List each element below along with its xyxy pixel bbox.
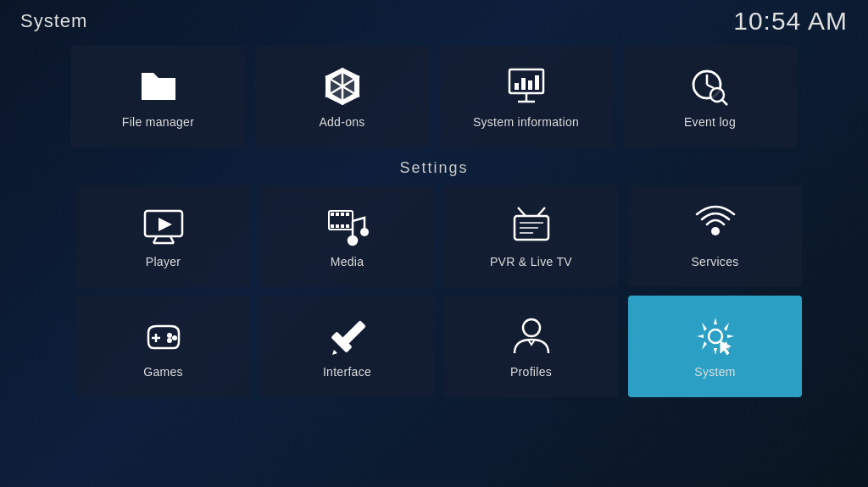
tile-system[interactable]: System — [628, 296, 802, 397]
services-icon — [693, 204, 737, 248]
tile-add-ons[interactable]: Add-ons — [255, 46, 429, 147]
file-manager-icon — [136, 64, 181, 108]
tile-system-information[interactable]: System information — [439, 46, 613, 147]
svg-rect-27 — [341, 213, 344, 216]
svg-point-34 — [360, 228, 369, 236]
svg-rect-31 — [341, 224, 344, 228]
svg-rect-25 — [331, 213, 334, 216]
svg-rect-9 — [515, 83, 519, 90]
tile-add-ons-label: Add-ons — [319, 115, 364, 129]
svg-rect-12 — [535, 75, 539, 90]
player-icon — [142, 204, 186, 248]
svg-point-41 — [711, 227, 720, 235]
settings-row-2: Games Interface — [76, 296, 792, 397]
svg-line-18 — [722, 100, 727, 105]
clock: 10:54 AM — [733, 7, 848, 36]
svg-point-33 — [348, 236, 357, 245]
svg-point-44 — [167, 333, 172, 338]
tile-interface[interactable]: Interface — [260, 296, 434, 397]
tile-media-label: Media — [331, 255, 364, 268]
svg-rect-10 — [521, 78, 526, 90]
tile-file-manager-label: File manager — [122, 115, 194, 129]
svg-rect-29 — [331, 224, 334, 228]
svg-point-50 — [523, 319, 540, 336]
tile-pvr-live-tv-label: PVR & Live TV — [490, 255, 572, 268]
tile-event-log-label: Event log — [684, 115, 736, 129]
tile-event-log[interactable]: Event log — [623, 46, 797, 147]
top-row: File manager Add-ons System information — [0, 46, 868, 147]
app-title: System — [20, 10, 87, 32]
settings-label: Settings — [0, 159, 868, 177]
svg-rect-26 — [336, 213, 339, 216]
tile-pvr-live-tv[interactable]: PVR & Live TV — [444, 185, 618, 287]
tile-player-label: Player — [146, 255, 181, 268]
tile-interface-label: Interface — [323, 365, 371, 379]
svg-point-17 — [710, 88, 724, 102]
event-log-icon — [688, 64, 732, 108]
svg-rect-32 — [346, 224, 349, 228]
settings-section: Settings Player — [0, 159, 868, 397]
svg-rect-11 — [528, 80, 532, 90]
media-icon — [326, 204, 370, 248]
tile-games[interactable]: Games — [76, 296, 250, 397]
svg-marker-20 — [159, 218, 172, 231]
tile-services-label: Services — [691, 255, 738, 268]
system-icon — [693, 314, 737, 358]
settings-row-1: Player — [76, 185, 792, 287]
svg-line-37 — [537, 208, 545, 216]
svg-point-46 — [167, 338, 172, 343]
system-information-icon — [504, 64, 548, 108]
tile-games-label: Games — [143, 365, 183, 379]
settings-grid: Player — [0, 185, 868, 397]
svg-rect-30 — [336, 224, 339, 228]
profiles-icon — [509, 314, 554, 358]
svg-line-36 — [518, 208, 526, 216]
tile-profiles[interactable]: Profiles — [444, 296, 618, 397]
tile-services[interactable]: Services — [628, 185, 802, 287]
svg-rect-28 — [346, 213, 349, 216]
svg-point-45 — [172, 335, 177, 340]
svg-rect-0 — [142, 81, 175, 100]
tile-media[interactable]: Media — [260, 185, 434, 287]
add-ons-icon — [320, 64, 364, 108]
tile-system-information-label: System information — [473, 115, 579, 129]
tile-system-label: System — [694, 365, 735, 379]
games-icon — [142, 314, 186, 358]
tile-player[interactable]: Player — [76, 185, 250, 287]
interface-icon — [326, 314, 370, 358]
svg-marker-49 — [332, 350, 337, 355]
svg-line-15 — [707, 85, 714, 88]
tile-profiles-label: Profiles — [510, 365, 552, 379]
tile-file-manager[interactable]: File manager — [71, 46, 245, 147]
header: System 10:54 AM — [0, 0, 868, 42]
pvr-live-tv-icon — [509, 204, 554, 248]
